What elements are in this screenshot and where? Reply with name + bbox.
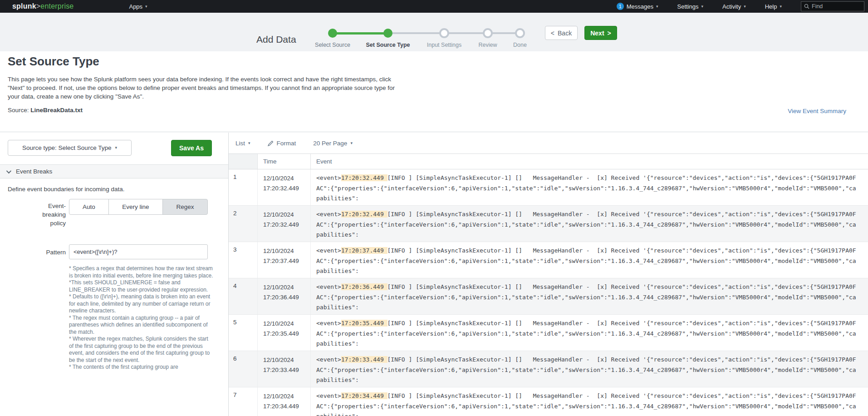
policy-every-line-button[interactable]: Every line	[108, 199, 163, 215]
caret-down-icon: ▾	[701, 5, 703, 9]
chevron-down-icon	[6, 168, 11, 173]
caret-down-icon: ▾	[115, 146, 117, 150]
splunk-logo[interactable]: splunk>enterprise	[12, 2, 74, 10]
messages-count-badge: 1	[617, 3, 624, 10]
event-timestamp-cell: 12/10/202417:20:32.449	[258, 206, 311, 242]
table-row[interactable]: 412/10/202417:20:36.449<event>17:20:36.4…	[229, 278, 868, 315]
event-breaks-section-header[interactable]: Event Breaks	[0, 164, 228, 178]
step-done-dot	[515, 28, 525, 38]
row-number: 7	[229, 387, 258, 416]
highlighted-timestamp: 17:20:32.449	[341, 211, 387, 218]
back-button[interactable]: < Back	[545, 26, 578, 40]
messages-menu[interactable]: 1 Messages ▾	[617, 3, 658, 10]
event-column-header: Event	[311, 154, 868, 169]
pattern-input[interactable]	[69, 244, 208, 259]
pattern-label: Pattern	[9, 248, 66, 257]
caret-down-icon: ▾	[145, 5, 147, 9]
table-row[interactable]: 712/10/202417:20:34.449<event>17:20:34.4…	[229, 387, 868, 416]
event-raw-text: <event>17:20:32.449[INFO ] [SimpleAsyncT…	[311, 169, 868, 205]
event-breaking-policy-group: Auto Every line Regex	[69, 199, 208, 215]
row-number: 4	[229, 278, 258, 314]
event-timestamp-cell: 12/10/202417:20:34.449	[258, 387, 311, 416]
event-timestamp-cell: 12/10/202417:20:36.449	[258, 278, 311, 314]
source-file-line: Source: LineBreakData.txt	[8, 107, 83, 114]
events-table-header: Time Event	[229, 154, 868, 169]
activity-menu[interactable]: Activity ▾	[722, 3, 746, 10]
find-input[interactable]	[812, 3, 857, 10]
event-raw-text: <event>17:20:37.449[INFO ] [SimpleAsyncT…	[311, 242, 868, 278]
event-timestamp-cell: 12/10/202417:20:33.449	[258, 351, 311, 387]
event-timestamp-cell: 12/10/202417:20:37.449	[258, 242, 311, 278]
events-toolbar: List ▾ Format 20 Per Page ▾	[229, 133, 868, 154]
table-row[interactable]: 612/10/202417:20:33.449<event>17:20:33.4…	[229, 351, 868, 387]
table-row[interactable]: 212/10/202417:20:32.449<event>17:20:32.4…	[229, 206, 868, 242]
pattern-help-text: * Specifies a regex that determines how …	[69, 265, 213, 371]
stepper-track-complete	[333, 32, 388, 35]
event-timestamp-cell: 12/10/202417:20:35.449	[258, 315, 311, 351]
events-table-body: 112/10/202417:20:32.449<event>17:20:32.4…	[229, 169, 868, 416]
help-menu[interactable]: Help ▾	[765, 3, 782, 10]
caret-down-icon: ▾	[744, 5, 746, 9]
list-view-dropdown[interactable]: List ▾	[235, 140, 250, 147]
settings-menu[interactable]: Settings ▾	[677, 3, 704, 10]
highlighted-timestamp: 17:20:34.449	[341, 392, 387, 399]
row-number: 6	[229, 351, 258, 387]
row-number: 3	[229, 242, 258, 278]
source-type-panel: Source type: Select Source Type ▾ Save A…	[0, 133, 229, 416]
table-row[interactable]: 312/10/202417:20:37.449<event>17:20:37.4…	[229, 242, 868, 278]
table-row[interactable]: 512/10/202417:20:35.449<event>17:20:35.4…	[229, 315, 868, 351]
search-icon	[804, 4, 809, 9]
caret-down-icon: ▾	[350, 141, 353, 145]
policy-regex-button[interactable]: Regex	[162, 199, 208, 215]
caret-down-icon: ▾	[248, 141, 250, 145]
pencil-icon	[268, 140, 274, 146]
page-header: Set Source Type This page lets you see h…	[0, 51, 868, 132]
policy-auto-button[interactable]: Auto	[69, 199, 109, 215]
chevron-left-icon: <	[551, 30, 554, 37]
apps-menu[interactable]: Apps ▾	[129, 3, 147, 10]
event-raw-text: <event>17:20:36.449[INFO ] [SimpleAsyncT…	[311, 278, 868, 314]
row-number: 5	[229, 315, 258, 351]
step-label-set-source-type: Set Source Type	[356, 42, 420, 48]
source-file-name: LineBreakData.txt	[30, 107, 83, 114]
time-column-header: Time	[258, 154, 311, 169]
row-number-column-header	[229, 154, 258, 169]
event-breaks-intro: Define event boundaries for incoming dat…	[8, 186, 124, 193]
per-page-dropdown[interactable]: 20 Per Page ▾	[313, 140, 353, 147]
highlighted-timestamp: 17:20:33.449	[341, 356, 387, 363]
top-navbar: splunk>enterprise Apps ▾ 1 Messages ▾ Se…	[0, 0, 868, 13]
event-raw-text: <event>17:20:33.449[INFO ] [SimpleAsyncT…	[311, 351, 868, 387]
highlighted-timestamp: 17:20:32.449	[341, 174, 387, 181]
view-event-summary-link[interactable]: View Event Summary	[788, 108, 846, 114]
step-label-select-source: Select Source	[301, 42, 364, 48]
highlighted-timestamp: 17:20:37.449	[341, 247, 387, 254]
format-button[interactable]: Format	[268, 140, 296, 147]
step-select-source-dot	[328, 29, 337, 38]
highlighted-timestamp: 17:20:36.449	[341, 283, 387, 290]
save-as-button[interactable]: Save As	[171, 140, 212, 156]
event-preview-panel: List ▾ Format 20 Per Page ▾ Time Event 1…	[229, 133, 868, 416]
step-label-done: Done	[488, 42, 552, 48]
highlighted-timestamp: 17:20:35.449	[341, 320, 387, 327]
step-review-dot	[483, 28, 493, 38]
row-number: 2	[229, 206, 258, 242]
step-set-source-type-dot	[383, 29, 392, 38]
event-raw-text: <event>17:20:32.449[INFO ] [SimpleAsyncT…	[311, 206, 868, 242]
event-raw-text: <event>17:20:35.449[INFO ] [SimpleAsyncT…	[311, 315, 868, 351]
event-raw-text: <event>17:20:34.449[INFO ] [SimpleAsyncT…	[311, 387, 868, 416]
event-timestamp-cell: 12/10/202417:20:32.449	[258, 169, 311, 205]
add-data-wizard-header: Add Data Select Source Set Source Type I…	[0, 13, 868, 51]
row-number: 1	[229, 169, 258, 205]
next-button[interactable]: Next >	[584, 26, 617, 40]
wizard-title: Add Data	[256, 34, 296, 45]
page-description: This page lets you see how the Splunk pl…	[8, 75, 395, 101]
source-type-dropdown[interactable]: Source type: Select Source Type ▾	[8, 140, 132, 156]
caret-down-icon: ▾	[656, 5, 658, 9]
step-input-settings-dot	[439, 28, 449, 38]
find-search-box[interactable]	[801, 1, 864, 11]
table-row[interactable]: 112/10/202417:20:32.449<event>17:20:32.4…	[229, 169, 868, 206]
chevron-right-icon: >	[608, 30, 611, 37]
policy-label: Event-breaking policy	[9, 202, 66, 228]
caret-down-icon: ▾	[780, 5, 782, 9]
page-title: Set Source Type	[8, 54, 99, 69]
